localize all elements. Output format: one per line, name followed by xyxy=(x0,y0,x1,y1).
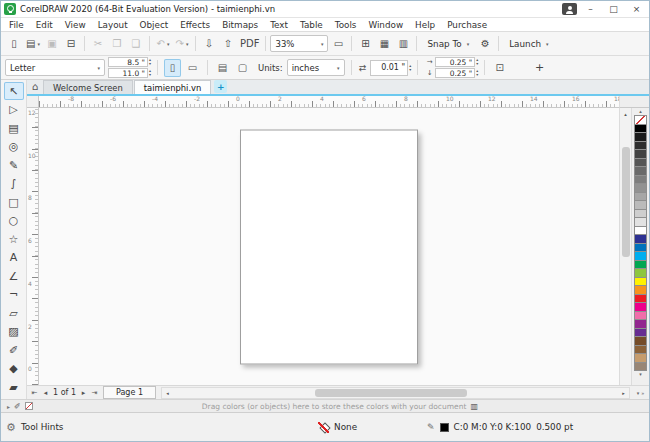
scroll-right-icon[interactable]: ▸ xyxy=(618,387,629,398)
scroll-up-icon[interactable]: ▴ xyxy=(620,108,631,119)
color-eyedropper-tool[interactable]: ✐ xyxy=(4,341,24,359)
ellipse-tool[interactable]: ○ xyxy=(4,212,24,230)
menu-item-edit[interactable]: Edit xyxy=(30,20,59,30)
rectangle-tool[interactable]: □ xyxy=(4,193,24,211)
freehand-tool[interactable]: ✎ xyxy=(4,156,24,174)
export-button[interactable]: ⇧ xyxy=(219,34,237,54)
menu-item-window[interactable]: Window xyxy=(362,20,409,30)
customize-add-button[interactable]: + xyxy=(531,59,548,77)
maximize-button[interactable]: □ xyxy=(604,2,623,17)
first-page-button[interactable]: ⇤ xyxy=(29,389,40,397)
landscape-button[interactable]: ▭ xyxy=(184,59,201,77)
color-swatch-998675[interactable] xyxy=(634,362,647,372)
current-page-button[interactable]: ▢ xyxy=(234,59,251,77)
menu-item-layout[interactable]: Layout xyxy=(92,20,134,30)
open-button[interactable]: ▤▾ xyxy=(24,34,42,54)
all-pages-button[interactable]: ▤ xyxy=(214,59,231,77)
vertical-scroll-thumb[interactable] xyxy=(622,147,630,257)
launch-dropdown[interactable]: Launch▾ xyxy=(503,34,554,54)
minimize-button[interactable]: – xyxy=(581,2,600,17)
show-guidelines-button[interactable]: ▥ xyxy=(394,34,412,54)
ruler-origin[interactable] xyxy=(27,96,39,108)
artistic-media-tool[interactable]: ∫ xyxy=(4,175,24,193)
snap-to-dropdown[interactable]: Snap To▾ xyxy=(421,34,475,54)
new-tab-button[interactable]: + xyxy=(214,80,227,93)
palette-scroll-down-icon[interactable]: ▾ xyxy=(639,371,642,378)
crop-tool[interactable]: ▤ xyxy=(4,119,24,137)
document-page[interactable] xyxy=(240,129,418,364)
vertical-ruler[interactable]: 121086420 xyxy=(27,108,39,385)
next-page-button[interactable]: ▸ xyxy=(78,389,89,397)
duplicate-y-stepper[interactable]: ▴▾ xyxy=(476,69,478,77)
polygon-tool[interactable]: ☆ xyxy=(4,230,24,248)
vertical-scrollbar[interactable]: ▴ xyxy=(619,108,631,385)
options-button[interactable]: ⚙ xyxy=(476,34,494,54)
cut-button[interactable]: ✂ xyxy=(89,34,107,54)
horizontal-scroll-thumb[interactable] xyxy=(315,389,466,397)
copy-button[interactable]: ❐ xyxy=(108,34,126,54)
menu-item-bitmaps[interactable]: Bitmaps xyxy=(216,20,264,30)
horizontal-scroll-track[interactable] xyxy=(173,388,618,398)
pick-tool[interactable]: ↖ xyxy=(4,82,24,100)
paste-button[interactable]: ❑ xyxy=(127,34,145,54)
last-page-button[interactable]: ⇥ xyxy=(89,389,100,397)
tab-taimienphi[interactable]: taimienphi.vn xyxy=(134,80,212,94)
show-rulers-button[interactable]: ⊞ xyxy=(356,34,374,54)
undo-button[interactable]: ↶▾ xyxy=(154,34,172,54)
interactive-fill-tool[interactable]: ◆ xyxy=(4,360,24,378)
menu-item-purchase[interactable]: Purchase xyxy=(441,20,493,30)
nudge-distance-input[interactable]: 0.01 " xyxy=(370,60,408,76)
home-icon[interactable]: ⌂ xyxy=(27,80,43,94)
connector-tool[interactable]: ¬ xyxy=(4,286,24,304)
save-button[interactable]: ▣ xyxy=(43,34,61,54)
units-select[interactable]: inches ▾ xyxy=(287,59,345,76)
menu-item-view[interactable]: View xyxy=(59,20,92,30)
eyedropper-icon[interactable]: ✐ xyxy=(14,402,21,411)
page-1-tab[interactable]: Page 1 xyxy=(103,386,156,399)
parallel-dimension-tool[interactable]: ∠ xyxy=(4,267,24,285)
treat-as-filled-button[interactable]: ⊡ xyxy=(491,59,508,77)
menu-item-object[interactable]: Object xyxy=(134,20,175,30)
close-button[interactable]: × xyxy=(627,2,646,17)
text-tool[interactable]: A xyxy=(4,249,24,267)
menu-item-table[interactable]: Table xyxy=(294,20,329,30)
duplicate-y-input[interactable]: 0.25 " xyxy=(435,68,475,78)
duplicate-x-input[interactable]: 0.25 " xyxy=(435,57,475,67)
palette-scroll-down-icon[interactable]: ▾ xyxy=(637,390,640,396)
redo-button[interactable]: ↷▾ xyxy=(173,34,191,54)
menu-item-text[interactable]: Text xyxy=(264,20,294,30)
previous-page-button[interactable]: ◂ xyxy=(40,389,51,397)
page-height-input[interactable]: 11.0 " xyxy=(108,68,148,78)
no-color-swatch[interactable] xyxy=(25,402,33,410)
import-button[interactable]: ⇩ xyxy=(200,34,218,54)
publish-to-pdf-button[interactable]: PDF xyxy=(238,34,261,54)
show-grid-button[interactable]: ▦ xyxy=(375,34,393,54)
menu-item-tools[interactable]: Tools xyxy=(329,20,363,30)
palette-options-icon[interactable]: ▥ xyxy=(470,402,478,411)
drop-shadow-tool[interactable]: ▱ xyxy=(4,304,24,322)
menu-item-file[interactable]: File xyxy=(3,20,30,30)
horizontal-ruler[interactable]: -8-6-4-2024681012141618 xyxy=(39,96,619,108)
page-height-stepper[interactable]: ▴▾ xyxy=(149,69,151,77)
page-size-select[interactable]: Letter ▾ xyxy=(5,59,105,76)
zoom-tool[interactable]: ◎ xyxy=(4,138,24,156)
nudge-stepper[interactable]: ▴▾ xyxy=(409,64,411,72)
zoom-level-combobox[interactable]: 33%▾ xyxy=(270,35,328,52)
portrait-button[interactable]: ▯ xyxy=(164,59,181,77)
palette-scroll-up-icon[interactable]: ▴ xyxy=(639,108,642,115)
palette-flyout-icon[interactable]: » xyxy=(641,390,644,396)
horizontal-scrollbar[interactable]: ◂ ▸ xyxy=(161,387,630,399)
transparency-tool[interactable]: ▨ xyxy=(4,323,24,341)
menu-item-help[interactable]: Help xyxy=(409,20,441,30)
tab-welcome-screen[interactable]: Welcome Screen xyxy=(43,80,133,94)
sign-in-icon[interactable] xyxy=(562,3,577,15)
shape-tool[interactable]: ▷ xyxy=(4,101,24,119)
scroll-left-icon[interactable]: ◂ xyxy=(162,387,173,398)
print-button[interactable]: ⊟ xyxy=(62,34,80,54)
new-document-button[interactable]: ▯ xyxy=(5,34,23,54)
duplicate-x-stepper[interactable]: ▴▾ xyxy=(476,58,478,66)
page-width-input[interactable]: 8.5 " xyxy=(108,57,148,67)
smart-fill-tool[interactable]: ▰ xyxy=(4,378,24,396)
flyout-arrow-icon[interactable]: ▸ xyxy=(7,403,10,410)
page-width-stepper[interactable]: ▴▾ xyxy=(149,58,151,66)
